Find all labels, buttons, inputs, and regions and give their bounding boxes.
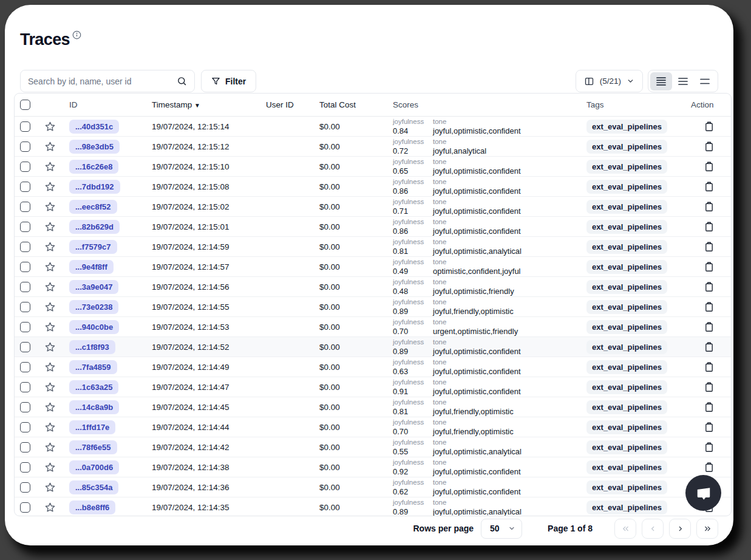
row-checkbox[interactable] <box>20 442 30 452</box>
trace-id-badge[interactable]: ...98e3db5 <box>69 140 120 154</box>
star-icon[interactable] <box>44 462 56 473</box>
trace-tag-badge[interactable]: ext_eval_pipelines <box>586 440 667 454</box>
table-row[interactable]: ...78f6e55 19/07/2024, 12:14:42 $0.00 jo… <box>15 437 731 457</box>
table-row[interactable]: ...85c354a 19/07/2024, 12:14:36 $0.00 jo… <box>15 477 731 497</box>
star-icon[interactable] <box>44 422 56 433</box>
trace-tag-badge[interactable]: ext_eval_pipelines <box>586 220 667 234</box>
row-checkbox[interactable] <box>20 342 30 352</box>
table-row[interactable]: ...3a9e047 19/07/2024, 12:14:56 $0.00 jo… <box>15 277 731 297</box>
trace-id-badge[interactable]: ...16c26e8 <box>69 160 118 174</box>
trace-tag-badge[interactable]: ext_eval_pipelines <box>586 120 667 134</box>
row-checkbox[interactable] <box>20 462 30 473</box>
table-row[interactable]: ...940c0be 19/07/2024, 12:14:53 $0.00 jo… <box>15 317 731 337</box>
table-row[interactable]: ...98e3db5 19/07/2024, 12:15:12 $0.00 jo… <box>15 137 731 157</box>
trash-icon[interactable] <box>704 241 714 252</box>
trace-id-badge[interactable]: ...1c63a25 <box>69 380 118 394</box>
star-icon[interactable] <box>44 301 56 313</box>
star-icon[interactable] <box>44 201 56 213</box>
star-icon[interactable] <box>44 381 56 393</box>
table-row[interactable]: ...7dbd192 19/07/2024, 12:15:08 $0.00 jo… <box>15 177 731 197</box>
trace-id-badge[interactable]: ...eec8f52 <box>69 200 117 214</box>
trash-icon[interactable] <box>704 341 714 352</box>
star-icon[interactable] <box>44 141 56 152</box>
trash-icon[interactable] <box>704 141 714 152</box>
row-checkbox[interactable] <box>20 182 30 192</box>
row-checkbox[interactable] <box>20 282 30 292</box>
trace-id-badge[interactable]: ...1ffd17e <box>69 420 115 434</box>
trace-tag-badge[interactable]: ext_eval_pipelines <box>586 320 667 334</box>
trace-id-badge[interactable]: ...f7579c7 <box>69 240 117 254</box>
row-checkbox[interactable] <box>20 262 30 272</box>
table-row[interactable]: ...c1f8f93 19/07/2024, 12:14:52 $0.00 jo… <box>15 337 731 357</box>
trash-icon[interactable] <box>704 281 714 292</box>
row-checkbox[interactable] <box>20 162 30 172</box>
trash-icon[interactable] <box>704 422 714 432</box>
star-icon[interactable] <box>44 341 56 353</box>
table-row[interactable]: ...1ffd17e 19/07/2024, 12:14:44 $0.00 jo… <box>15 417 731 437</box>
trash-icon[interactable] <box>704 462 714 473</box>
info-icon[interactable] <box>72 30 81 39</box>
row-checkbox[interactable] <box>20 222 30 232</box>
trace-tag-badge[interactable]: ext_eval_pipelines <box>586 480 667 494</box>
star-icon[interactable] <box>44 161 56 172</box>
star-icon[interactable] <box>44 121 56 132</box>
trace-id-badge[interactable]: ...85c354a <box>69 480 118 494</box>
trace-tag-badge[interactable]: ext_eval_pipelines <box>586 360 667 374</box>
trace-tag-badge[interactable]: ext_eval_pipelines <box>586 420 667 434</box>
star-icon[interactable] <box>44 261 56 273</box>
search-icon[interactable] <box>169 70 194 92</box>
row-checkbox[interactable] <box>20 402 30 412</box>
star-icon[interactable] <box>44 482 56 493</box>
table-row[interactable]: ...40d351c 19/07/2024, 12:15:14 $0.00 jo… <box>15 117 731 137</box>
column-header-timestamp[interactable]: Timestamp ▼ <box>148 100 262 109</box>
trace-id-badge[interactable]: ...7fa4859 <box>69 360 117 374</box>
star-icon[interactable] <box>44 442 56 453</box>
column-header-scores[interactable]: Scores <box>389 100 583 109</box>
column-header-tags[interactable]: Tags <box>583 100 687 109</box>
row-checkbox[interactable] <box>20 242 30 252</box>
star-icon[interactable] <box>44 241 56 253</box>
trash-icon[interactable] <box>704 361 714 372</box>
rows-per-page-select[interactable]: 50 <box>481 519 522 539</box>
star-icon[interactable] <box>44 281 56 293</box>
table-row[interactable]: ...1c63a25 19/07/2024, 12:14:47 $0.00 jo… <box>15 377 731 397</box>
row-checkbox[interactable] <box>20 121 30 132</box>
trace-tag-badge[interactable]: ext_eval_pipelines <box>586 460 667 474</box>
row-checkbox[interactable] <box>20 362 30 372</box>
table-row[interactable]: ...b8e8ff6 19/07/2024, 12:14:35 $0.00 jo… <box>15 497 731 516</box>
table-row[interactable]: ...16c26e8 19/07/2024, 12:15:10 $0.00 jo… <box>15 157 731 177</box>
table-row[interactable]: ...14c8a9b 19/07/2024, 12:14:45 $0.00 jo… <box>15 397 731 417</box>
row-height-medium-icon[interactable] <box>672 72 694 90</box>
trace-id-badge[interactable]: ...78f6e55 <box>69 440 117 454</box>
table-row[interactable]: ...9e4f8ff 19/07/2024, 12:14:57 $0.00 jo… <box>15 257 731 277</box>
trace-tag-badge[interactable]: ext_eval_pipelines <box>586 380 667 394</box>
star-icon[interactable] <box>44 502 56 513</box>
next-page-icon[interactable] <box>669 519 691 539</box>
row-height-tall-icon[interactable] <box>694 72 716 90</box>
table-row[interactable]: ...eec8f52 19/07/2024, 12:15:02 $0.00 jo… <box>15 197 731 217</box>
trace-tag-badge[interactable]: ext_eval_pipelines <box>586 140 667 154</box>
row-checkbox[interactable] <box>20 302 30 312</box>
table-row[interactable]: ...0a700d6 19/07/2024, 12:14:38 $0.00 jo… <box>15 457 731 477</box>
trace-id-badge[interactable]: ...73e0238 <box>69 300 118 314</box>
table-row[interactable]: ...73e0238 19/07/2024, 12:14:55 $0.00 jo… <box>15 297 731 317</box>
row-checkbox[interactable] <box>20 322 30 332</box>
trace-tag-badge[interactable]: ext_eval_pipelines <box>586 160 667 174</box>
trace-id-badge[interactable]: ...c1f8f93 <box>69 340 115 354</box>
star-icon[interactable] <box>44 321 56 333</box>
row-checkbox[interactable] <box>20 142 30 152</box>
star-icon[interactable] <box>44 401 56 413</box>
trace-id-badge[interactable]: ...40d351c <box>69 120 119 134</box>
column-header-id[interactable]: ID <box>63 100 148 109</box>
trash-icon[interactable] <box>704 161 714 172</box>
column-header-user-id[interactable]: User ID <box>262 100 316 109</box>
trash-icon[interactable] <box>704 181 714 192</box>
star-icon[interactable] <box>44 181 56 193</box>
trace-id-badge[interactable]: ...3a9e047 <box>69 280 118 294</box>
select-all-checkbox[interactable] <box>20 100 30 110</box>
column-header-total-cost[interactable]: Total Cost <box>316 100 389 109</box>
chat-widget-button[interactable] <box>685 475 721 511</box>
column-visibility-button[interactable]: (5/21) <box>576 70 643 92</box>
trash-icon[interactable] <box>704 301 714 312</box>
trace-tag-badge[interactable]: ext_eval_pipelines <box>586 260 667 274</box>
